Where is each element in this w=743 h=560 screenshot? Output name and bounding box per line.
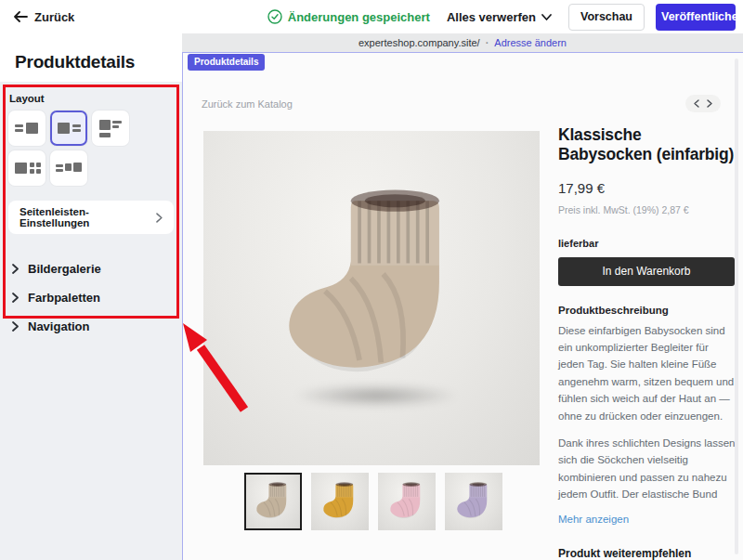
sidebar-sections: Bildergalerie Farbpaletten Navigation: [8, 254, 174, 340]
sock-thumb-image: [252, 480, 294, 523]
layout-section-label: Layout: [9, 93, 174, 104]
sock-image: [265, 179, 480, 395]
thumbnail-lavender[interactable]: [445, 473, 502, 530]
site-editor-window: Zurück Änderungen gespeichert Alles verw…: [0, 0, 743, 560]
layout-option-text-left-image-right[interactable]: [8, 111, 46, 146]
show-more-link[interactable]: Mehr anzeigen: [558, 514, 629, 525]
sock-thumb-image: [385, 480, 428, 523]
product-pager: [685, 95, 721, 112]
sidebar-settings-label: Seitenleisten-Einstellungen: [20, 206, 156, 228]
layout-option-image-left-grid-right[interactable]: [8, 150, 46, 186]
back-button[interactable]: Zurück: [13, 10, 74, 24]
thumbnail-yellow[interactable]: [311, 473, 369, 530]
description-title: Produktbeschreibung: [558, 305, 736, 316]
prev-product-icon[interactable]: [694, 99, 699, 108]
section-label: Bildergalerie: [28, 262, 101, 276]
layout-option-text-left-two-images-right[interactable]: [50, 150, 87, 186]
publish-button[interactable]: Veröffentlichen: [656, 4, 736, 31]
sidebar-body: Layout Seitenleisten-Eins: [0, 82, 182, 560]
layout-option-image-left-text-right[interactable]: [50, 111, 87, 146]
section-navigation[interactable]: Navigation: [8, 312, 174, 340]
topbar: Zurück Änderungen gespeichert Alles verw…: [0, 0, 743, 33]
product-title: Klassische Babysocken (einfarbig): [558, 125, 736, 165]
chevron-right-icon: [12, 321, 19, 332]
preview-panel: Produktdetails Zurück zum Katalog Klassi…: [182, 52, 743, 560]
sock-thumb-image: [452, 480, 495, 523]
description-paragraph-2: Dank ihres schlichten Designs lassen sic…: [558, 435, 736, 503]
discard-label: Alles verwerfen: [447, 10, 536, 24]
section-bildergalerie[interactable]: Bildergalerie: [8, 254, 174, 282]
back-label: Zurück: [34, 10, 74, 24]
tax-note: Preis inkl. MwSt. (19%) 2,87 €: [558, 204, 736, 215]
site-url: experteshop.company.site/: [358, 37, 480, 48]
description-paragraph-1: Diese einfarbigen Babysocken sind ein un…: [558, 322, 736, 424]
section-farbpaletten[interactable]: Farbpaletten: [8, 283, 174, 311]
check-circle-icon: [267, 9, 282, 24]
product-main-image[interactable]: [203, 131, 540, 465]
chevron-down-icon: [541, 14, 552, 20]
availability-label: lieferbar: [558, 238, 736, 249]
share-title: Produkt weiterempfehlen: [558, 547, 736, 560]
back-arrow-icon: [13, 11, 28, 22]
site-url-bar: experteshop.company.site/ · Adresse ände…: [182, 33, 743, 52]
saved-status-label: Änderungen gespeichert: [288, 10, 430, 24]
layout-option-image-text-bar-below[interactable]: [92, 111, 129, 146]
scrollbar[interactable]: [735, 59, 738, 554]
section-label: Farbpaletten: [28, 291, 100, 305]
back-to-catalog-link[interactable]: Zurück zum Katalog: [202, 98, 293, 110]
add-to-cart-button[interactable]: In den Warenkorb: [558, 257, 735, 286]
chevron-right-icon: [156, 213, 163, 223]
sidebar-title: Produktdetails: [0, 33, 182, 85]
settings-sidebar: Produktdetails Layout: [0, 33, 182, 560]
sock-thumb-image: [319, 480, 361, 523]
next-product-icon[interactable]: [707, 99, 712, 108]
section-label: Navigation: [28, 319, 89, 333]
preview-button[interactable]: Vorschau: [568, 4, 645, 31]
saved-status: Änderungen gespeichert: [267, 9, 430, 24]
topbar-actions: Änderungen gespeichert Alles verwerfen V…: [267, 4, 736, 31]
chevron-right-icon: [12, 264, 19, 274]
product-info-column: Klassische Babysocken (einfarbig) 17,99 …: [558, 125, 736, 560]
section-badge[interactable]: Produktdetails: [188, 54, 265, 71]
sidebar-settings-button[interactable]: Seitenleisten-Einstellungen: [8, 201, 174, 234]
url-separator: ·: [486, 37, 489, 48]
thumbnail-pink[interactable]: [378, 473, 436, 530]
layout-options-grid: [8, 111, 166, 186]
change-address-link[interactable]: Adresse ändern: [494, 37, 567, 48]
thumbnail-strip: [244, 473, 502, 530]
discard-changes-button[interactable]: Alles verwerfen: [447, 10, 552, 24]
chevron-right-icon: [12, 293, 19, 303]
product-price: 17,99 €: [558, 180, 736, 196]
thumbnail-beige[interactable]: [244, 473, 302, 530]
